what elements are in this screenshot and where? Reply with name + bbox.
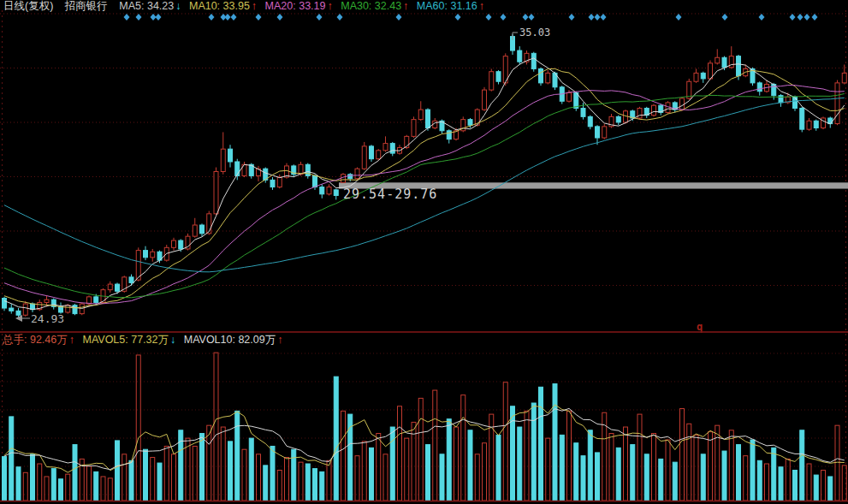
- event-diamond-icon: [501, 14, 507, 21]
- event-diamond-icon: [589, 14, 595, 21]
- candle-body: [574, 92, 578, 108]
- volume-bar: [737, 445, 741, 501]
- candle-body: [447, 131, 451, 139]
- peak-price-label: 35.03: [519, 27, 550, 39]
- volume-bar: [468, 430, 472, 501]
- volume-bar: [235, 411, 240, 501]
- candle-body: [694, 73, 698, 81]
- volume-bar: [637, 414, 642, 501]
- volume-bar: [9, 417, 14, 501]
- event-diamond-icon: [136, 14, 142, 21]
- volume-bar: [807, 464, 811, 501]
- candle-body: [377, 151, 381, 159]
- ma10-trend-arrow-icon: ↑: [252, 0, 257, 12]
- event-diamond-icon: [529, 14, 535, 21]
- candle-body: [144, 251, 148, 258]
- event-diamond-icon: [523, 14, 529, 21]
- event-diamond-icon: [601, 14, 607, 21]
- candle-body: [355, 169, 359, 179]
- mavol10-trend-arrow-icon: ↑: [277, 334, 282, 346]
- candle-body: [334, 190, 338, 196]
- mavol5-trend-arrow-icon: ↓: [170, 334, 175, 346]
- candle-body: [779, 96, 783, 103]
- candle-body: [94, 297, 98, 303]
- candlestick-chart-canvas[interactable]: 35.0329.54-29.7624.93q: [0, 0, 848, 504]
- candle-body: [270, 180, 275, 187]
- candle-body: [835, 83, 839, 124]
- volume-bar: [94, 471, 98, 501]
- volume-bar: [687, 424, 691, 501]
- candle-body: [588, 116, 592, 127]
- event-diamond-icon: [396, 14, 402, 21]
- candle-body: [793, 97, 798, 108]
- volume-bar: [581, 456, 585, 501]
- volume-bar: [370, 448, 374, 501]
- candle-body: [426, 110, 430, 127]
- volume-bar: [66, 474, 70, 501]
- volume-bar: [73, 445, 77, 501]
- candle-body: [23, 304, 27, 315]
- bottom-border: [0, 501, 848, 502]
- stock-name: 招商银行: [65, 0, 108, 12]
- volume-bar: [525, 411, 529, 501]
- volume-bar: [828, 477, 833, 501]
- candle-body: [44, 299, 49, 302]
- volume-bar: [631, 445, 635, 501]
- volume-bar: [362, 442, 366, 501]
- volume-bar: [383, 454, 388, 501]
- candle-body: [715, 57, 720, 63]
- volume-bar: [108, 478, 112, 501]
- candle-body: [757, 83, 762, 92]
- candle-body: [207, 214, 211, 234]
- candle-body: [313, 175, 317, 187]
- volume-bar: [305, 464, 310, 501]
- volume-bar: [765, 464, 769, 501]
- volume-bar: [228, 442, 233, 501]
- volume-bar: [560, 435, 564, 501]
- volume-bar: [299, 462, 303, 501]
- volume-bar: [729, 430, 733, 501]
- ma30-readout: MA30: 32.43↑: [341, 0, 408, 12]
- volume-bar: [23, 472, 27, 501]
- candle-body: [221, 149, 225, 171]
- volume-bar: [701, 454, 705, 501]
- event-diamond-icon: [277, 14, 283, 21]
- ma5-readout: MA5: 34.23↓: [119, 0, 181, 12]
- volume-bar: [390, 427, 394, 501]
- candle-body: [722, 57, 726, 68]
- candle-body: [341, 175, 346, 183]
- volume-bar: [144, 449, 148, 501]
- event-diamond-icon: [124, 14, 130, 21]
- volume-bar: [59, 479, 63, 501]
- ma20-readout: MA20: 33.19↑: [265, 0, 333, 12]
- volume-bar: [588, 430, 592, 501]
- volume-bar: [673, 462, 677, 501]
- volume-bar: [567, 411, 572, 501]
- candle-body: [214, 171, 218, 213]
- volume-bar: [214, 353, 218, 501]
- ma60-readout: MA60: 31.16↑: [417, 0, 484, 12]
- volume-bar: [814, 475, 818, 501]
- volume-bar: [398, 406, 402, 501]
- q-marker: q: [697, 321, 703, 333]
- volume-bar: [249, 438, 253, 501]
- volume-bar: [136, 355, 140, 501]
- volume-bar: [164, 446, 169, 501]
- volume-bar: [116, 441, 120, 501]
- volume-bar: [546, 438, 550, 501]
- volume-bar: [652, 434, 656, 501]
- volume-bar: [264, 465, 268, 501]
- candle-body: [483, 90, 487, 110]
- ma10-readout: MA10: 33.95↑: [189, 0, 257, 12]
- volume-bar: [666, 440, 670, 501]
- ma30-trend-arrow-icon: ↑: [403, 0, 408, 12]
- event-diamond-icon: [209, 14, 215, 21]
- candle-body: [193, 225, 197, 236]
- volume-bar: [596, 453, 600, 501]
- volume-bar: [320, 471, 324, 501]
- volume-bar: [779, 467, 783, 501]
- volume-bar: [313, 469, 317, 501]
- volume-bar: [3, 457, 7, 501]
- candle-body: [518, 50, 522, 62]
- volume-bar: [334, 377, 338, 501]
